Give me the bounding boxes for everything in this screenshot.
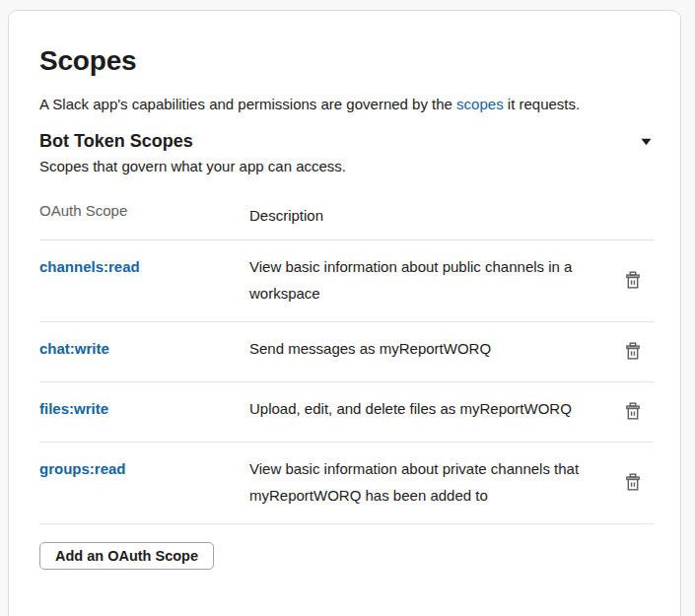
page-title: Scopes <box>39 46 654 76</box>
scope-description: View basic information about public chan… <box>249 253 600 307</box>
delete-scope-button[interactable] <box>618 466 648 498</box>
section-titles: Bot Token Scopes Scopes that govern what… <box>39 131 346 176</box>
scopes-link[interactable]: scopes <box>456 96 504 112</box>
trash-icon <box>624 349 642 364</box>
trash-icon <box>624 480 642 495</box>
scope-link-groups-read[interactable]: groups:read <box>39 460 126 477</box>
column-header-oauth-scope: OAuth Scope <box>39 202 249 220</box>
table-row: channels:read View basic information abo… <box>39 240 654 322</box>
add-oauth-scope-button[interactable]: Add an OAuth Scope <box>39 542 214 570</box>
bot-token-scopes-header: Bot Token Scopes Scopes that govern what… <box>39 131 654 176</box>
intro-after: it requests. <box>504 96 581 112</box>
caret-down-icon <box>641 134 652 149</box>
scope-description: Upload, edit, and delete files as myRepo… <box>249 395 600 422</box>
scopes-card: Scopes A Slack app's capabilities and pe… <box>8 10 681 616</box>
column-header-description: Description <box>249 202 600 229</box>
table-header-row: OAuth Scope Description <box>39 202 654 240</box>
trash-icon <box>624 278 642 293</box>
intro-before: A Slack app's capabilities and permissio… <box>39 96 456 112</box>
scope-link-channels-read[interactable]: channels:read <box>39 258 140 275</box>
scopes-table: OAuth Scope Description channels:read Vi… <box>39 202 654 524</box>
table-row: files:write Upload, edit, and delete fil… <box>39 382 654 443</box>
scope-description: Send messages as myReportWORQ <box>249 335 600 362</box>
table-row: chat:write Send messages as myReportWORQ <box>39 322 654 382</box>
delete-scope-button[interactable] <box>618 335 648 367</box>
scope-link-files-write[interactable]: files:write <box>39 400 108 417</box>
trash-icon <box>624 409 642 424</box>
scope-description: View basic information about private cha… <box>249 455 600 509</box>
delete-scope-button[interactable] <box>618 264 648 296</box>
intro-text: A Slack app's capabilities and permissio… <box>39 95 654 114</box>
section-title: Bot Token Scopes <box>39 131 346 152</box>
collapse-section-button[interactable] <box>639 134 654 150</box>
scope-link-chat-write[interactable]: chat:write <box>39 340 109 357</box>
section-subtitle: Scopes that govern what your app can acc… <box>39 157 346 176</box>
delete-scope-button[interactable] <box>618 395 648 427</box>
table-row: groups:read View basic information about… <box>39 443 654 524</box>
